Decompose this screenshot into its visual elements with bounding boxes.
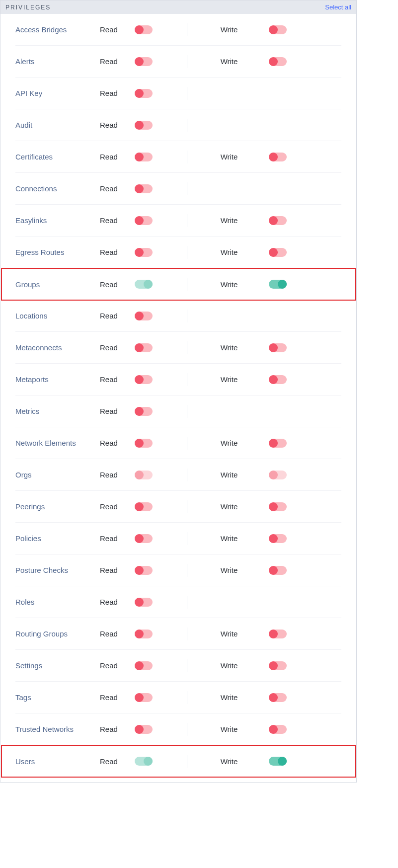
privilege-name[interactable]: Routing Groups — [15, 630, 100, 638]
read-label: Read — [100, 248, 135, 256]
toggle-users-read[interactable] — [135, 757, 153, 766]
toggle-egress-routes-read[interactable] — [135, 248, 153, 257]
toggle-metrics-read[interactable] — [135, 407, 153, 416]
toggle-policies-read[interactable] — [135, 534, 153, 543]
privilege-name[interactable]: Metrics — [15, 407, 100, 415]
toggle-knob — [135, 312, 144, 320]
privilege-row: Network ElementsReadWrite — [15, 427, 341, 459]
privilege-name[interactable]: Access Bridges — [15, 25, 100, 34]
divider — [187, 87, 187, 100]
privilege-name[interactable]: Policies — [15, 534, 100, 543]
toggle-access-bridges-write[interactable] — [269, 25, 287, 34]
toggle-settings-write[interactable] — [269, 661, 287, 670]
divider-cell — [174, 119, 199, 132]
privilege-name[interactable]: Tags — [15, 693, 100, 702]
privilege-name[interactable]: Metaconnects — [15, 343, 100, 352]
toggle-routing-groups-write[interactable] — [269, 630, 287, 638]
toggle-knob — [135, 534, 144, 543]
privilege-row: API KeyRead — [15, 78, 341, 109]
privilege-name[interactable]: Roles — [15, 598, 100, 606]
toggle-network-elements-read[interactable] — [135, 439, 153, 448]
read-label: Read — [100, 280, 135, 289]
toggle-knob — [135, 89, 144, 98]
toggle-metaconnects-read[interactable] — [135, 343, 153, 352]
divider-cell — [174, 151, 199, 163]
privilege-name[interactable]: Trusted Networks — [15, 725, 100, 733]
toggle-posture-checks-write[interactable] — [269, 566, 287, 575]
privilege-row: EasylinksReadWrite — [15, 205, 341, 237]
toggle-users-write[interactable] — [269, 757, 287, 766]
toggle-access-bridges-read[interactable] — [135, 25, 153, 34]
privilege-name[interactable]: Locations — [15, 312, 100, 320]
select-all-link[interactable]: Select all — [325, 3, 351, 11]
read-toggle-cell — [135, 471, 174, 479]
read-label: Read — [100, 89, 135, 97]
toggle-api-key-read[interactable] — [135, 89, 153, 98]
toggle-tags-read[interactable] — [135, 693, 153, 702]
privilege-name[interactable]: Users — [15, 757, 100, 766]
toggle-orgs-write[interactable] — [269, 471, 287, 479]
divider — [187, 532, 187, 545]
toggle-locations-read[interactable] — [135, 312, 153, 320]
toggle-easylinks-read[interactable] — [135, 216, 153, 225]
write-label: Write — [199, 248, 259, 256]
toggle-groups-write[interactable] — [269, 280, 287, 289]
toggle-tags-write[interactable] — [269, 693, 287, 702]
divider — [187, 628, 187, 640]
privilege-name[interactable]: Egress Routes — [15, 248, 100, 256]
read-toggle-cell — [135, 375, 174, 384]
toggle-settings-read[interactable] — [135, 661, 153, 670]
privilege-name[interactable]: Connections — [15, 184, 100, 193]
toggle-routing-groups-read[interactable] — [135, 630, 153, 638]
privilege-name[interactable]: Settings — [15, 661, 100, 670]
privilege-name[interactable]: Network Elements — [15, 439, 100, 447]
privilege-name[interactable]: Audit — [15, 121, 100, 129]
toggle-policies-write[interactable] — [269, 534, 287, 543]
toggle-knob — [135, 25, 144, 34]
toggle-knob — [135, 630, 144, 638]
read-toggle-cell — [135, 312, 174, 320]
toggle-connections-read[interactable] — [135, 184, 153, 193]
privilege-name[interactable]: Certificates — [15, 153, 100, 161]
read-toggle-cell — [135, 407, 174, 416]
toggle-egress-routes-write[interactable] — [269, 248, 287, 257]
privilege-name[interactable]: Posture Checks — [15, 566, 100, 574]
divider — [187, 755, 187, 768]
toggle-metaconnects-write[interactable] — [269, 343, 287, 352]
toggle-knob — [269, 25, 278, 34]
read-label: Read — [100, 121, 135, 129]
privilege-name[interactable]: API Key — [15, 89, 100, 97]
toggle-metaports-write[interactable] — [269, 375, 287, 384]
privilege-name[interactable]: Easylinks — [15, 216, 100, 225]
toggle-network-elements-write[interactable] — [269, 439, 287, 448]
privilege-name[interactable]: Groups — [15, 280, 100, 289]
privilege-name[interactable]: Peerings — [15, 502, 100, 511]
privilege-row: Access BridgesReadWrite — [15, 14, 341, 46]
toggle-knob — [269, 502, 278, 511]
toggle-knob — [135, 375, 144, 384]
divider-cell — [174, 596, 199, 609]
divider — [187, 119, 187, 132]
privilege-name[interactable]: Metaports — [15, 375, 100, 384]
toggle-posture-checks-read[interactable] — [135, 566, 153, 575]
toggle-audit-read[interactable] — [135, 121, 153, 130]
toggle-easylinks-write[interactable] — [269, 216, 287, 225]
toggle-peerings-write[interactable] — [269, 502, 287, 511]
toggle-certificates-write[interactable] — [269, 153, 287, 161]
toggle-groups-read[interactable] — [135, 280, 153, 289]
read-label: Read — [100, 630, 135, 638]
toggle-trusted-networks-write[interactable] — [269, 725, 287, 734]
toggle-peerings-read[interactable] — [135, 502, 153, 511]
toggle-alerts-read[interactable] — [135, 57, 153, 66]
divider-cell — [174, 278, 199, 291]
privilege-name[interactable]: Orgs — [15, 471, 100, 479]
toggle-trusted-networks-read[interactable] — [135, 725, 153, 734]
privilege-name[interactable]: Alerts — [15, 57, 100, 66]
toggle-alerts-write[interactable] — [269, 57, 287, 66]
read-label: Read — [100, 407, 135, 415]
toggle-orgs-read[interactable] — [135, 471, 153, 479]
toggle-roles-read[interactable] — [135, 598, 153, 607]
toggle-metaports-read[interactable] — [135, 375, 153, 384]
toggle-knob — [144, 757, 153, 766]
toggle-certificates-read[interactable] — [135, 153, 153, 161]
